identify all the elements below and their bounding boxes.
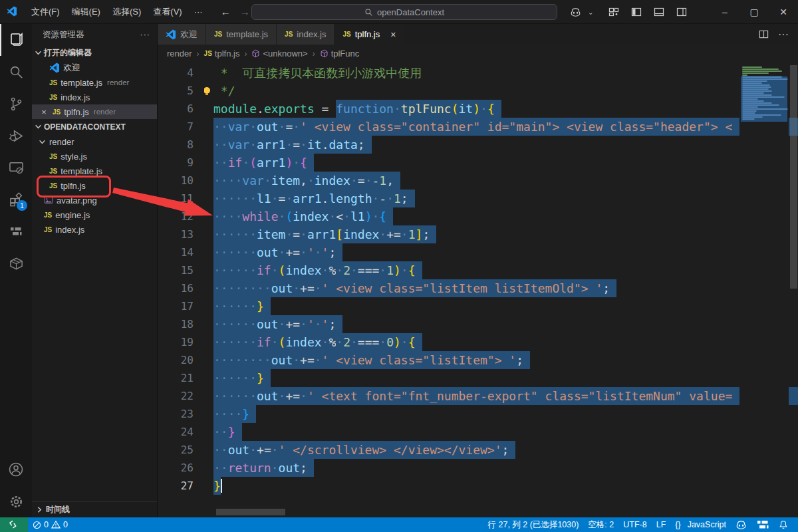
menu-item[interactable]: ··· [188, 4, 209, 20]
code-token: = [279, 190, 286, 207]
lightbulb-icon[interactable] [204, 87, 210, 94]
code-line[interactable]: 9··if·(arr1)·{ [158, 154, 798, 172]
breadcrumb[interactable]: render›JStplfn.js›<unknown>›tplFunc [158, 45, 798, 63]
tab-tplfn.js[interactable]: JStplfn.js× [334, 24, 404, 45]
activitybar-source-control-icon[interactable] [0, 88, 32, 120]
forward-arrow-icon[interactable]: → [240, 6, 250, 17]
code-line[interactable]: 19······if·(index·%·2·===·0)·{ [158, 333, 798, 351]
code-line[interactable]: 23····} [158, 405, 798, 423]
tree-item[interactable]: JSengine.js [32, 207, 157, 222]
breadcrumb-item[interactable]: <unknown> [251, 49, 307, 59]
line-content: ······} [204, 369, 798, 387]
file-label: index.js [61, 92, 90, 102]
cursor-position[interactable]: 行 27, 列 2 (已选择1030) [483, 517, 584, 532]
open-editors-header[interactable]: 打开的编辑器 [32, 45, 157, 61]
tab-欢迎[interactable]: 欢迎 [158, 24, 206, 45]
vertical-scrollbar[interactable] [789, 63, 798, 517]
code-editor[interactable]: 4 * 可直接拷贝本函数到小游戏中使用5 */6module.exports =… [158, 63, 798, 517]
code-token: } [242, 405, 249, 423]
breadcrumb-item[interactable]: JStplfn.js [204, 49, 240, 59]
close-button[interactable]: ✕ [769, 0, 798, 24]
code-token: 2 [343, 261, 350, 279]
code-line[interactable]: 24··} [158, 423, 798, 441]
selection-newline [495, 100, 501, 118]
command-center-search[interactable]: openDataContext [251, 4, 557, 20]
code-line[interactable]: 5 */ [158, 82, 798, 100]
code-line[interactable]: 25··out·+=·' </scrollview> </view></view… [158, 441, 798, 459]
copilot-status-icon[interactable] [731, 517, 751, 532]
code-line[interactable]: 18······out·+=·'·'; [158, 315, 798, 333]
code-line[interactable]: 13······item·=·arr1[index·+=·1]; [158, 225, 798, 243]
toggle-secondary-sidebar-icon[interactable] [670, 0, 693, 24]
activitybar-remote-explorer-icon[interactable] [0, 152, 32, 184]
tab-index.js[interactable]: JSindex.js [277, 24, 334, 45]
menu-item[interactable]: 编辑(E) [66, 4, 106, 20]
toggle-panel-icon[interactable] [648, 0, 670, 24]
tree-item[interactable]: JSstyle.js [32, 149, 157, 164]
more-actions-icon[interactable]: ··· [778, 29, 789, 41]
minimap[interactable] [739, 63, 789, 517]
notifications-bell-icon[interactable] [774, 517, 793, 532]
breadcrumb-item[interactable]: tplFunc [320, 49, 360, 59]
activitybar-extensions-icon[interactable]: 1 [0, 184, 32, 215]
tree-item[interactable]: JSindex.js [32, 222, 157, 237]
minimize-button[interactable]: – [710, 0, 739, 24]
code-line[interactable]: 21······} [158, 369, 798, 387]
code-line[interactable]: 11······l1·=·arr1.length·-·1; [158, 190, 798, 207]
activitybar-run-debug-icon[interactable] [0, 120, 32, 152]
language-status[interactable]: {}JavaScript [670, 517, 731, 532]
tab-template.js[interactable]: JStemplate.js [206, 24, 277, 45]
tree-item[interactable]: render [32, 134, 157, 149]
code-line[interactable]: 27} [158, 477, 798, 495]
code-line[interactable]: 15······if·(index·%·2·===·1)·{ [158, 261, 798, 279]
maximize-button[interactable]: ▢ [739, 0, 769, 24]
back-arrow-icon[interactable]: ← [221, 6, 231, 17]
activitybar-accounts-icon[interactable] [0, 454, 32, 485]
split-editor-icon[interactable] [759, 29, 769, 39]
indentation-status[interactable]: 空格: 2 [583, 517, 618, 532]
encoding-status[interactable]: UTF-8 [618, 517, 651, 532]
tree-item[interactable]: avatar.png [32, 193, 157, 207]
tree-item[interactable]: JStemplate.js [32, 164, 157, 178]
code-line[interactable]: 17······} [158, 297, 798, 315]
code-line[interactable]: 6module.exports = function·tplFunc(it)·{ [158, 100, 798, 118]
toggle-sidebar-icon[interactable] [625, 0, 648, 24]
open-editor-item[interactable]: 欢迎 [32, 61, 157, 75]
problems-status[interactable]: 0 0 [28, 517, 72, 532]
extension-status-icon[interactable] [751, 517, 774, 532]
open-editor-item[interactable]: JSindex.js [32, 90, 157, 104]
customize-layout-icon[interactable] [602, 0, 625, 24]
open-editor-item[interactable]: ×JStplfn.jsrender [32, 104, 157, 119]
code-line[interactable]: 20········out·+=·' <view class="listItem… [158, 351, 798, 369]
code-line[interactable]: 14······out·+=·'·'; [158, 243, 798, 261]
code-line[interactable]: 12····while·(index·<·l1)·{ [158, 207, 798, 225]
eol-status[interactable]: LF [652, 517, 671, 532]
menu-item[interactable]: 文件(F) [25, 4, 66, 20]
horizontal-scrollbar-slider[interactable] [216, 509, 285, 515]
project-folder-header[interactable]: OPENDATACONTEXT [32, 119, 157, 134]
activitybar-container-icon[interactable] [0, 247, 32, 279]
code-line[interactable]: 26··return·out; [158, 459, 798, 477]
code-line[interactable]: 10····var·item,·index·=·-1, [158, 172, 798, 190]
code-line[interactable]: 4 * 可直接拷贝本函数到小游戏中使用 [158, 64, 798, 82]
activitybar-explorer-icon[interactable] [0, 24, 32, 56]
menu-item[interactable]: 查看(V) [147, 4, 188, 20]
vertical-scrollbar-slider[interactable] [790, 65, 797, 289]
close-icon[interactable]: × [390, 29, 396, 40]
copilot-icon[interactable] [564, 0, 587, 24]
tree-item[interactable]: JStplfn.js [32, 178, 157, 193]
activitybar-settings-icon[interactable] [0, 485, 32, 517]
close-icon[interactable]: × [39, 107, 49, 117]
code-line[interactable]: 8··var·arr1·=·it.data; [158, 136, 798, 154]
open-editor-item[interactable]: JStemplate.jsrender [32, 75, 157, 90]
code-line[interactable]: 22······out·+=·' <text font="fnt_number-… [158, 387, 798, 405]
breadcrumb-item[interactable]: render [167, 49, 192, 59]
code-line[interactable]: 16········out·+=·' <view class="listItem… [158, 279, 798, 297]
timeline-section[interactable]: 时间线 [32, 501, 157, 517]
sidebar-more-actions[interactable]: ··· [140, 30, 151, 39]
code-line[interactable]: 7··var·out·=·' <view class="container" i… [158, 118, 798, 136]
menu-item[interactable]: 选择(S) [106, 4, 147, 20]
activitybar-custom-blocks-icon[interactable] [0, 215, 32, 247]
activitybar-search-icon[interactable] [0, 56, 32, 88]
remote-indicator[interactable] [0, 517, 28, 532]
